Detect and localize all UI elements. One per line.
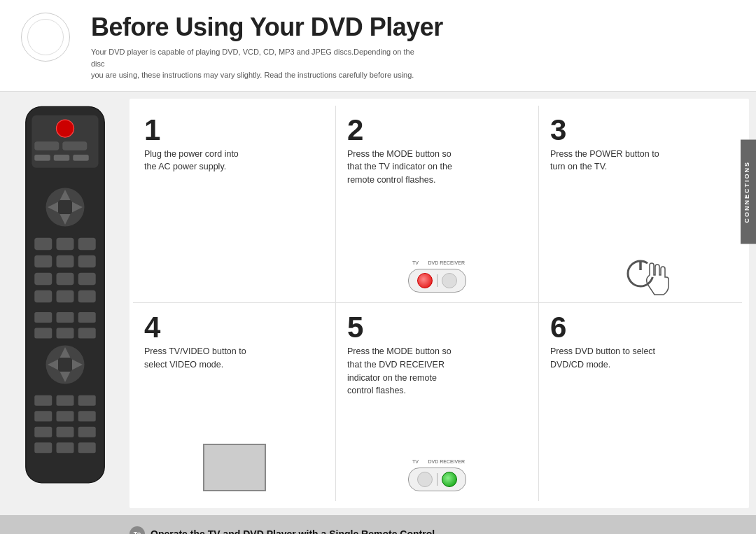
step-1-number: 1 <box>144 115 160 145</box>
header-text: Before Using Your DVD Player Your DVD pl… <box>91 13 735 81</box>
svg-rect-26 <box>34 312 52 323</box>
step-6: 6 Press DVD button to select DVD/CD mode… <box>539 303 742 501</box>
page-subtitle: Your DVD player is capable of playing DV… <box>91 46 427 81</box>
remote-control-image <box>13 102 118 505</box>
step-1-description: Plug the power cord into the AC power su… <box>144 148 239 174</box>
step-5-number: 5 <box>347 313 363 342</box>
svg-rect-27 <box>56 312 74 323</box>
svg-point-2 <box>56 120 74 137</box>
svg-rect-7 <box>73 155 89 161</box>
hand-pointer-icon <box>637 260 672 298</box>
main-content: 1 Plug the power cord into the AC power … <box>0 92 756 515</box>
remote-column <box>0 92 130 515</box>
page-title: Before Using Your DVD Player <box>91 13 735 42</box>
svg-rect-43 <box>78 411 95 421</box>
svg-rect-44 <box>34 426 52 437</box>
svg-rect-24 <box>56 290 74 302</box>
logo-circle <box>21 13 70 62</box>
step-3-number: 3 <box>550 115 566 145</box>
step-4-illustration <box>144 437 324 491</box>
svg-rect-42 <box>56 411 74 421</box>
step-2-illustration: TV DVD RECEIVER <box>347 260 527 293</box>
step-2: 2 Press the MODE button so that the TV i… <box>336 106 539 304</box>
svg-rect-18 <box>56 255 74 267</box>
subtitle-line1: Your DVD player is capable of playing DV… <box>91 48 414 68</box>
svg-rect-3 <box>34 141 59 150</box>
svg-rect-25 <box>78 290 95 302</box>
svg-rect-40 <box>78 395 95 405</box>
svg-rect-29 <box>34 328 52 338</box>
step-3: 3 Press the POWER button to turn on the … <box>539 106 742 304</box>
subtitle-line2: you are using, these instructions may va… <box>91 71 414 79</box>
step-3-illustration <box>550 244 731 293</box>
step-6-description: Press DVD button to select DVD/CD mode. <box>550 345 655 372</box>
svg-rect-21 <box>56 272 74 285</box>
svg-rect-20 <box>34 272 52 285</box>
steps-grid: 1 Plug the power cord into the AC power … <box>130 99 749 508</box>
step-4-description: Press TV/VIDEO button to select VIDEO mo… <box>144 345 246 372</box>
svg-rect-4 <box>62 141 87 150</box>
svg-rect-15 <box>56 237 74 250</box>
svg-rect-19 <box>78 255 95 267</box>
step-5-illustration: TV DVD RECEIVER <box>347 459 527 491</box>
svg-rect-41 <box>34 411 52 421</box>
svg-rect-47 <box>34 442 52 453</box>
svg-rect-16 <box>78 237 95 250</box>
svg-rect-6 <box>53 155 69 161</box>
step-5-description: Press the MODE button so that the DVD RE… <box>347 345 451 398</box>
svg-rect-45 <box>56 426 74 437</box>
page-wrapper: Before Using Your DVD Player Your DVD pl… <box>0 0 756 534</box>
svg-rect-23 <box>34 290 52 302</box>
svg-rect-31 <box>78 328 95 338</box>
step-6-number: 6 <box>550 313 566 342</box>
svg-rect-14 <box>34 237 52 250</box>
bottom-section: To Operate the TV and DVD Player with a … <box>0 515 756 535</box>
svg-rect-22 <box>78 272 95 285</box>
svg-rect-49 <box>78 442 95 453</box>
step-2-description: Press the MODE button so that the TV ind… <box>347 148 452 187</box>
svg-rect-39 <box>56 395 74 405</box>
bottom-title: To Operate the TV and DVD Player with a … <box>130 526 735 535</box>
svg-rect-48 <box>56 442 74 453</box>
step-4-number: 4 <box>144 313 160 342</box>
svg-rect-28 <box>78 312 95 323</box>
svg-rect-38 <box>34 395 52 405</box>
svg-point-33 <box>56 356 74 373</box>
connections-tab: CONNECTIONS <box>741 140 756 244</box>
svg-rect-30 <box>56 328 74 338</box>
header: Before Using Your DVD Player Your DVD pl… <box>0 0 756 92</box>
bottom-circle: To <box>130 526 145 535</box>
svg-rect-5 <box>34 155 50 161</box>
step-5: 5 Press the MODE button so that the DVD … <box>336 303 539 501</box>
step-1: 1 Plug the power cord into the AC power … <box>133 106 336 304</box>
logo-area <box>21 13 77 62</box>
step-2-number: 2 <box>347 115 363 145</box>
step-3-description: Press the POWER button to turn on the TV… <box>550 148 659 174</box>
svg-rect-17 <box>34 255 52 267</box>
bottom-title-text: Operate the TV and DVD Player with a Sin… <box>150 528 435 535</box>
svg-rect-46 <box>78 426 95 437</box>
step-4: 4 Press TV/VIDEO button to select VIDEO … <box>133 303 336 501</box>
svg-point-9 <box>56 198 74 216</box>
